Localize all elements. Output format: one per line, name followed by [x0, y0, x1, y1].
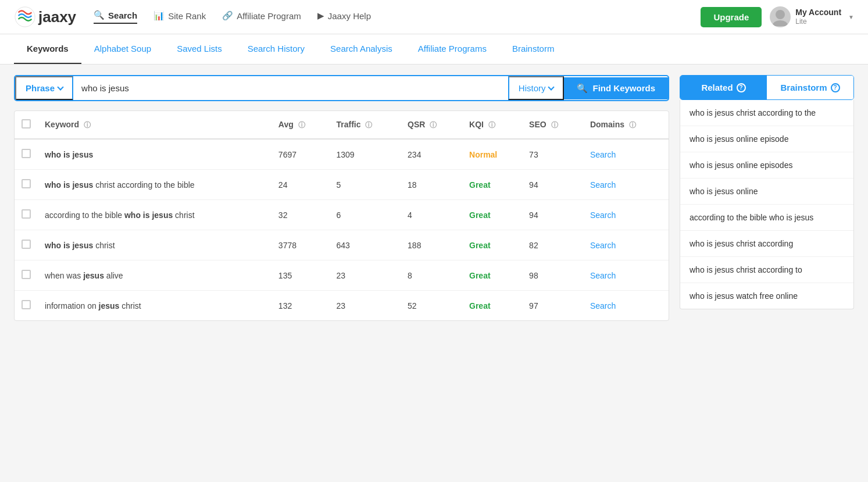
related-item[interactable]: who is jesus online episode: [680, 126, 853, 152]
related-item[interactable]: who is jesus online episodes: [680, 152, 853, 178]
related-item[interactable]: who is jesus christ according to the: [680, 100, 853, 126]
row-checkbox-cell[interactable]: [15, 200, 38, 230]
nav-help[interactable]: ▶ Jaaxy Help: [317, 10, 371, 23]
related-list: who is jesus christ according to thewho …: [680, 100, 854, 309]
history-button[interactable]: History: [508, 76, 565, 100]
kqi-info-icon[interactable]: ⓘ: [488, 121, 495, 129]
tab-alphabet-soup[interactable]: Alphabet Soup: [81, 34, 164, 64]
left-panel: Phrase History 🔍 Find Keywords: [14, 75, 669, 460]
qsr-info-icon[interactable]: ⓘ: [430, 121, 437, 129]
find-keywords-button[interactable]: 🔍 Find Keywords: [564, 77, 668, 99]
nav-search[interactable]: 🔍 Search: [94, 10, 137, 24]
col-kqi: KQI ⓘ: [462, 111, 522, 139]
tab-brainstorm-right[interactable]: Brainstorm ?: [767, 76, 853, 99]
row-search-link[interactable]: Search: [590, 180, 616, 190]
tab-saved-lists[interactable]: Saved Lists: [164, 34, 235, 64]
tab-search-analysis[interactable]: Search Analysis: [317, 34, 405, 64]
row-keyword: according to the bible who is jesus chri…: [38, 200, 272, 230]
row-domains[interactable]: Search: [583, 139, 669, 170]
related-item[interactable]: who is jesus watch free online: [680, 283, 853, 309]
row-checkbox[interactable]: [22, 300, 31, 309]
tab-search-history[interactable]: Search History: [235, 34, 317, 64]
related-item[interactable]: who is jesus online: [680, 178, 853, 205]
row-traffic: 5: [329, 170, 401, 200]
select-all-checkbox[interactable]: [22, 119, 31, 128]
row-avg: 24: [272, 170, 330, 200]
avg-info-icon[interactable]: ⓘ: [298, 121, 305, 129]
row-search-link[interactable]: Search: [590, 241, 616, 250]
table-row: when was jesus alive 135 23 8 Great 98 S…: [15, 260, 669, 291]
col-qsr: QSR ⓘ: [401, 111, 462, 139]
related-item[interactable]: according to the bible who is jesus: [680, 205, 853, 231]
affiliate-nav-icon: 🔗: [222, 10, 233, 21]
row-checkbox-cell[interactable]: [15, 230, 38, 260]
logo[interactable]: jaaxy: [14, 6, 76, 28]
history-chevron-icon: [548, 84, 555, 90]
row-search-link[interactable]: Search: [590, 210, 616, 220]
row-domains[interactable]: Search: [583, 230, 669, 260]
related-item[interactable]: who is jesus christ according: [680, 231, 853, 257]
row-checkbox-cell[interactable]: [15, 139, 38, 170]
row-domains[interactable]: Search: [583, 291, 669, 321]
row-checkbox-cell[interactable]: [15, 170, 38, 200]
row-search-link[interactable]: Search: [590, 150, 616, 159]
tab-related[interactable]: Related ?: [680, 76, 767, 99]
col-avg: Avg ⓘ: [272, 111, 330, 139]
tab-affiliate-programs[interactable]: Affiliate Programs: [405, 34, 499, 64]
row-search-link[interactable]: Search: [590, 271, 616, 280]
row-domains[interactable]: Search: [583, 200, 669, 230]
row-qsr: 234: [401, 139, 462, 170]
row-keyword: who is jesus christ: [38, 230, 272, 260]
search-input[interactable]: [73, 77, 508, 99]
row-keyword: who is jesus christ according to the bib…: [38, 170, 272, 200]
select-all-header[interactable]: [15, 111, 38, 139]
logo-text: jaaxy: [38, 8, 76, 26]
row-qsr: 4: [401, 200, 462, 230]
row-checkbox[interactable]: [22, 149, 31, 158]
right-panel-tabs: Related ? Brainstorm ?: [680, 75, 854, 100]
row-seo: 98: [522, 260, 583, 291]
row-traffic: 643: [329, 230, 401, 260]
traffic-info-icon[interactable]: ⓘ: [365, 121, 372, 129]
seo-info-icon[interactable]: ⓘ: [551, 121, 558, 129]
row-traffic: 6: [329, 200, 401, 230]
keyword-info-icon[interactable]: ⓘ: [84, 121, 91, 129]
row-avg: 32: [272, 200, 330, 230]
row-keyword: when was jesus alive: [38, 260, 272, 291]
row-domains[interactable]: Search: [583, 170, 669, 200]
row-checkbox-cell[interactable]: [15, 291, 38, 321]
phrase-button[interactable]: Phrase: [15, 76, 73, 100]
col-keyword: Keyword ⓘ: [38, 111, 272, 139]
row-kqi: Great: [462, 170, 522, 200]
row-search-link[interactable]: Search: [590, 301, 616, 310]
row-kqi: Great: [462, 260, 522, 291]
find-search-icon: 🔍: [577, 83, 588, 94]
nav-affiliate[interactable]: 🔗 Affiliate Program: [222, 10, 301, 23]
col-seo: SEO ⓘ: [522, 111, 583, 139]
tab-brainstorm[interactable]: Brainstorm: [499, 34, 567, 64]
keyword-table: Keyword ⓘ Avg ⓘ Traffic ⓘ QSR: [14, 110, 669, 321]
row-avg: 7697: [272, 139, 330, 170]
row-seo: 94: [522, 200, 583, 230]
row-checkbox[interactable]: [22, 270, 31, 279]
tab-keywords[interactable]: Keywords: [14, 34, 81, 64]
brainstorm-info-icon[interactable]: ?: [831, 83, 840, 92]
siterank-nav-icon: 📊: [153, 10, 165, 21]
row-checkbox[interactable]: [22, 179, 31, 188]
related-item[interactable]: who is jesus christ according to: [680, 257, 853, 283]
row-checkbox-cell[interactable]: [15, 260, 38, 291]
related-info-icon[interactable]: ?: [737, 83, 746, 92]
row-checkbox[interactable]: [22, 209, 31, 219]
row-domains[interactable]: Search: [583, 260, 669, 291]
domains-info-icon[interactable]: ⓘ: [629, 121, 636, 129]
row-kqi: Great: [462, 291, 522, 321]
right-panel: Related ? Brainstorm ? who is jesus chri…: [680, 75, 854, 460]
row-checkbox[interactable]: [22, 240, 31, 249]
main-nav: 🔍 Search 📊 Site Rank 🔗 Affiliate Program…: [94, 10, 689, 24]
table-row: according to the bible who is jesus chri…: [15, 200, 669, 230]
upgrade-button[interactable]: Upgrade: [701, 7, 762, 27]
search-nav-icon: 🔍: [94, 10, 105, 20]
row-qsr: 8: [401, 260, 462, 291]
account-menu[interactable]: My Account Lite ▼: [770, 6, 854, 27]
nav-siterank[interactable]: 📊 Site Rank: [153, 10, 206, 23]
